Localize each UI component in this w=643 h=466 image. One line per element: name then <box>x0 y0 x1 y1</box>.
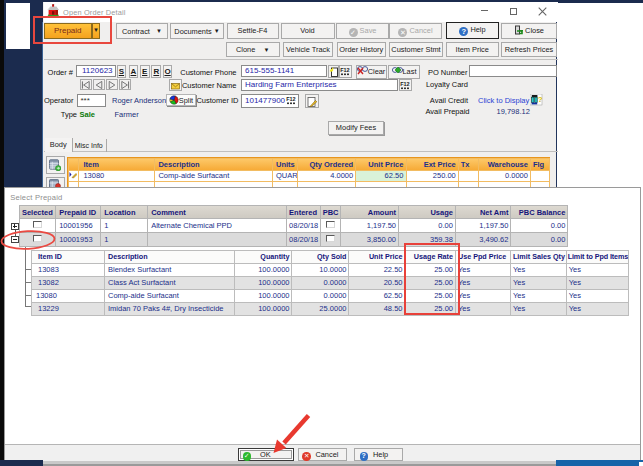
svg-text:?: ? <box>538 94 543 103</box>
svg-text:F12: F12 <box>340 67 349 73</box>
svg-text:F12: F12 <box>286 96 295 102</box>
svg-text:F12: F12 <box>400 81 409 87</box>
